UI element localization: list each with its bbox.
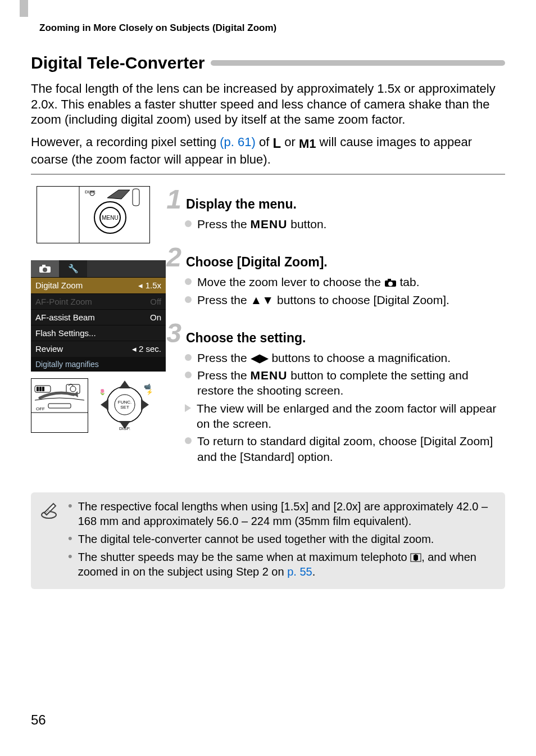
intro-text-a: However, a recording pixel setting xyxy=(31,135,220,149)
note-bullet-icon: • xyxy=(68,550,72,579)
bullet-icon xyxy=(185,437,192,444)
intro-paragraph-1: The focal length of the lens can be incr… xyxy=(31,81,505,128)
step-number: 3 xyxy=(161,320,181,347)
svg-text:FUNC.: FUNC. xyxy=(118,400,131,405)
camera-tab xyxy=(31,260,59,277)
intro-or: or xyxy=(281,135,299,149)
svg-text:DISP.: DISP. xyxy=(85,189,96,194)
svg-text:DISP.: DISP. xyxy=(119,426,130,431)
menu-row-value: Off xyxy=(150,297,161,306)
note-text: The shutter speeds may be the same when … xyxy=(78,550,496,579)
bullet-text: Press the MENU button to complete the se… xyxy=(197,368,505,399)
step-number: 1 xyxy=(161,186,181,213)
menu-row-label: AF-assist Beam xyxy=(35,313,95,322)
menu-row-value: ◂ 2 sec. xyxy=(132,344,161,354)
step-bullet: Press the ◀▶ buttons to choose a magnifi… xyxy=(185,350,505,365)
menu-row: AF-Point ZoomOff xyxy=(31,293,166,309)
note-box: •The respective focal lengths when using… xyxy=(31,492,505,589)
margin-bar xyxy=(20,0,28,17)
svg-text:📹: 📹 xyxy=(144,383,151,390)
step-block: 2Choose [Digital Zoom].Move the zoom lev… xyxy=(183,244,505,307)
bullet-text: Press the MENU button. xyxy=(197,216,326,232)
menu-row: Review◂ 2 sec. xyxy=(31,341,166,357)
note-bullet-icon: • xyxy=(68,532,72,546)
note-item: •The respective focal lengths when using… xyxy=(68,499,496,528)
section-title: Digital Tele-Converter xyxy=(31,53,211,73)
svg-text:OFF: OFF xyxy=(36,406,45,411)
menu-row-label: Flash Settings... xyxy=(35,328,96,338)
step-bullet: The view will be enlarged and the zoom f… xyxy=(185,401,505,432)
l-size-icon: L xyxy=(272,135,281,152)
svg-text:MENU: MENU xyxy=(102,215,118,221)
step-bullet: Press the MENU button. xyxy=(185,216,505,232)
svg-marker-27 xyxy=(101,399,108,410)
bullet-icon xyxy=(185,296,192,303)
svg-point-16 xyxy=(70,386,76,392)
svg-rect-0 xyxy=(38,188,148,242)
bullet-text: To return to standard digital zoom, choo… xyxy=(197,433,505,464)
bullet-icon xyxy=(185,220,192,227)
svg-rect-9 xyxy=(42,265,46,267)
svg-point-35 xyxy=(388,282,393,286)
telephoto-icon xyxy=(410,553,421,562)
menu-row-value: ◂ 1.5x xyxy=(138,280,161,291)
intro-text-b: of xyxy=(256,135,273,149)
bullet-icon xyxy=(185,278,192,285)
svg-rect-12 xyxy=(37,387,39,391)
menu-tabs: 🔧 xyxy=(31,260,166,277)
svg-rect-17 xyxy=(48,404,71,408)
step-bullet: Move the zoom lever to choose the tab. xyxy=(185,274,505,289)
step-number: 2 xyxy=(161,244,181,271)
step-title: Display the menu. xyxy=(186,197,297,212)
pencil-icon xyxy=(40,499,58,582)
tools-tab: 🔧 xyxy=(59,260,87,277)
intro-paragraph-2: However, a recording pixel setting (p. 6… xyxy=(31,134,505,168)
step-bullet: To return to standard digital zoom, choo… xyxy=(185,433,505,464)
camera-back-diagram: MENU DISP. xyxy=(37,186,150,243)
svg-text:🌷: 🌷 xyxy=(99,388,106,396)
divider xyxy=(31,174,505,175)
svg-point-10 xyxy=(43,268,47,272)
step-block: 3Choose the setting.Press the ◀▶ buttons… xyxy=(183,320,505,464)
section-rule xyxy=(211,60,505,66)
dpad-diagram: FUNC. SET DISP. ⚡ 🌷 📹 xyxy=(97,378,153,432)
zoom-lever-diagram: OFF xyxy=(31,378,88,433)
left-right-buttons-icon: ◀▶ xyxy=(251,351,269,364)
menu-row: Digital Zoom◂ 1.5x xyxy=(31,277,166,293)
camera-tab-icon xyxy=(384,278,397,287)
bullet-text: Press the ◀▶ buttons to choose a magnifi… xyxy=(197,350,451,365)
menu-row-label: Review xyxy=(35,344,63,354)
menu-button-label: MENU xyxy=(251,218,288,230)
svg-marker-20 xyxy=(74,391,78,397)
bullet-text: Press the ▲▼ buttons to choose [Digital … xyxy=(197,292,449,307)
page-ref-55: p. 55 xyxy=(287,565,312,578)
bullet-icon xyxy=(185,354,192,361)
menu-row-value: On xyxy=(150,313,161,322)
step-bullet: Press the ▲▼ buttons to choose [Digital … xyxy=(185,292,505,307)
page-number: 56 xyxy=(31,712,46,728)
note-text: The respective focal lengths when using … xyxy=(78,499,496,528)
step-bullet: Press the MENU button to complete the se… xyxy=(185,368,505,399)
m1-size-icon: M1 xyxy=(299,136,316,152)
bullet-text: The view will be enlarged and the zoom f… xyxy=(197,401,505,432)
bullet-text: Move the zoom lever to choose the tab. xyxy=(197,274,420,289)
step-title: Choose [Digital Zoom]. xyxy=(186,255,328,270)
svg-text:SET: SET xyxy=(120,405,129,410)
menu-row: AF-assist BeamOn xyxy=(31,309,166,325)
menu-button-label: MENU xyxy=(251,369,288,382)
page-ref-61: (p. 61) xyxy=(220,135,256,149)
menu-screenshot: 🔧 Digital Zoom◂ 1.5xAF-Point ZoomOffAF-a… xyxy=(31,260,166,372)
svg-marker-28 xyxy=(141,399,149,410)
note-text: The digital tele-converter cannot be use… xyxy=(78,532,434,546)
step-title: Choose the setting. xyxy=(186,331,306,346)
menu-row-label: AF-Point Zoom xyxy=(35,297,92,306)
svg-rect-13 xyxy=(39,387,42,391)
running-header: Zooming in More Closely on Subjects (Dig… xyxy=(39,22,505,34)
step-block: 1Display the menu.Press the MENU button. xyxy=(183,186,505,232)
note-bullet-icon: • xyxy=(68,499,72,528)
note-item: •The shutter speeds may be the same when… xyxy=(68,550,496,579)
svg-rect-34 xyxy=(388,279,391,281)
menu-row: Flash Settings... xyxy=(31,325,166,341)
menu-row-label: Digital Zoom xyxy=(35,280,83,291)
note-item: •The digital tele-converter cannot be us… xyxy=(68,532,496,546)
